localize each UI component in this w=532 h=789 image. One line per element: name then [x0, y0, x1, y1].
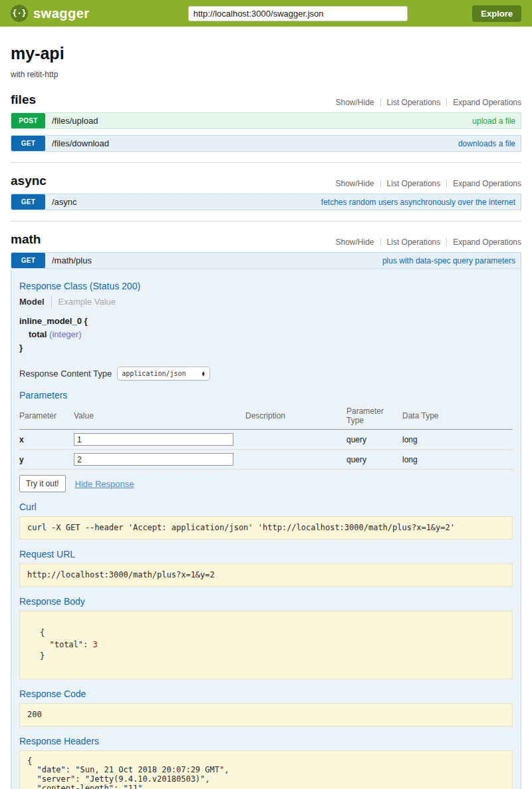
param-row-x: x query long [19, 430, 513, 450]
divider [380, 98, 381, 106]
divider [446, 98, 447, 106]
updown-arrows-icon: ▲▼ [201, 371, 205, 377]
parameters-table: Parameter Value Description Parameter Ty… [19, 404, 513, 470]
section-controls: Show/Hide List Operations Expand Operati… [336, 98, 521, 107]
param-y-input[interactable] [74, 453, 233, 466]
swagger-url-input[interactable] [188, 6, 408, 21]
section-header-async: async Show/Hide List Operations Expand O… [11, 174, 521, 188]
endpoint-row-files-upload[interactable]: POST /files/upload upload a file [11, 112, 521, 129]
expand-operations-link[interactable]: Expand Operations [453, 179, 521, 188]
expand-operations-link[interactable]: Expand Operations [453, 98, 521, 107]
endpoint-summary[interactable]: downloads a file [458, 136, 521, 151]
parameters-heading: Parameters [19, 390, 513, 400]
param-data-type: long [402, 430, 513, 450]
show-hide-link[interactable]: Show/Hide [336, 179, 374, 188]
explore-button[interactable]: Explore [472, 5, 521, 22]
param-name: x [19, 430, 74, 450]
list-operations-link[interactable]: List Operations [387, 237, 441, 247]
curl-command: curl -X GET --header 'Accept: applicatio… [19, 516, 513, 540]
endpoint-summary[interactable]: plus with data-spec query parameters [382, 253, 521, 268]
api-info: my-api with reitit-http [0, 27, 532, 82]
model-signature: inline_model_0 { total (integer) } [19, 315, 513, 355]
method-badge: GET [11, 253, 45, 268]
section-title-async: async [11, 174, 47, 188]
param-row-y: y query long [19, 450, 513, 470]
json-key: "total": [49, 640, 88, 649]
model-property-type: (integer) [49, 329, 81, 339]
operation-actions: Try it out! Hide Response [19, 475, 513, 492]
endpoint-summary[interactable]: upload a file [472, 113, 521, 128]
show-hide-link[interactable]: Show/Hide [336, 237, 374, 247]
section-header-files: files Show/Hide List Operations Expand O… [11, 92, 521, 107]
section-controls: Show/Hide List Operations Expand Operati… [336, 237, 521, 247]
model-tabs: Model Example Value [19, 295, 513, 308]
param-data-type: long [402, 450, 513, 470]
response-headers-value: { "date": "Sun, 21 Oct 2018 20:07:29 GMT… [19, 750, 513, 789]
list-operations-link[interactable]: List Operations [387, 98, 441, 107]
response-content-type-select[interactable]: application/json ▲▼ [117, 367, 210, 381]
api-subtitle: with reitit-http [11, 70, 521, 79]
model-property: total [29, 329, 47, 339]
method-badge: GET [11, 136, 45, 151]
method-badge: GET [11, 194, 45, 210]
endpoint-path[interactable]: /files/download [45, 136, 109, 151]
api-title: my-api [11, 44, 521, 63]
json-number: 3 [92, 640, 97, 649]
param-x-input[interactable] [74, 433, 233, 446]
response-code-value: 200 [19, 703, 513, 726]
hide-response-link[interactable]: Hide Response [75, 479, 134, 489]
endpoint-row-math-plus-get[interactable]: GET /math/plus plus with data-spec query… [11, 252, 521, 269]
endpoint-row-files-download[interactable]: GET /files/download downloads a file [11, 135, 521, 152]
method-badge: POST [11, 113, 45, 128]
endpoint-path[interactable]: /math/plus [45, 253, 92, 268]
top-header: {·} swagger Explore [0, 0, 532, 27]
tab-example-value[interactable]: Example Value [51, 295, 121, 308]
try-it-out-button[interactable]: Try it out! [19, 475, 66, 492]
swagger-logo-icon: {·} [11, 5, 28, 22]
endpoint-path[interactable]: /async [45, 194, 77, 210]
endpoint-path[interactable]: /files/upload [45, 113, 98, 128]
show-hide-link[interactable]: Show/Hide [336, 98, 374, 107]
param-type: query [346, 450, 402, 470]
model-name: inline_model_0 { [19, 316, 88, 326]
endpoint-row-async[interactable]: GET /async fetches random users asynchro… [11, 194, 521, 210]
model-close-brace: } [19, 341, 513, 355]
response-body-value: { "total": 3 } [19, 611, 513, 679]
divider [446, 180, 447, 188]
col-header-value: Value [74, 404, 245, 430]
request-url-heading: Request URL [19, 549, 513, 559]
response-body-heading: Response Body [19, 596, 513, 607]
select-value: application/json [122, 370, 186, 377]
json-close-brace: } [40, 651, 45, 661]
logo-text: swagger [33, 6, 90, 21]
col-header-parameter-type: Parameter Type [346, 404, 402, 430]
param-type: query [346, 430, 402, 450]
param-description [245, 450, 346, 470]
operation-expanded-panel: Response Class (Status 200) Model Exampl… [11, 269, 521, 789]
response-headers-heading: Response Headers [19, 736, 513, 746]
col-header-parameter: Parameter [19, 404, 74, 430]
section-controls: Show/Hide List Operations Expand Operati… [336, 179, 521, 188]
tab-model[interactable]: Model [19, 295, 50, 308]
col-header-description: Description [245, 404, 346, 430]
endpoint-summary[interactable]: fetches random users asynchronously over… [321, 194, 521, 210]
curl-heading: Curl [19, 502, 513, 512]
response-content-type-row: Response Content Type application/json ▲… [19, 367, 513, 381]
section-separator [11, 221, 521, 222]
request-url-value: http://localhost:3000/math/plus?x=1&y=2 [19, 563, 513, 587]
response-content-type-label: Response Content Type [19, 369, 112, 379]
list-operations-link[interactable]: List Operations [387, 179, 441, 188]
swagger-logo[interactable]: {·} swagger [11, 5, 90, 22]
section-separator [11, 162, 521, 163]
response-code-heading: Response Code [19, 689, 513, 699]
json-open-brace: { [40, 628, 45, 637]
divider [446, 238, 447, 246]
divider [380, 238, 381, 246]
expand-operations-link[interactable]: Expand Operations [453, 237, 521, 247]
param-description [245, 430, 346, 450]
param-name: y [19, 450, 74, 470]
response-class-heading: Response Class (Status 200) [19, 281, 513, 291]
divider [380, 180, 381, 188]
section-title-math: math [11, 232, 41, 247]
section-title-files: files [11, 92, 36, 107]
